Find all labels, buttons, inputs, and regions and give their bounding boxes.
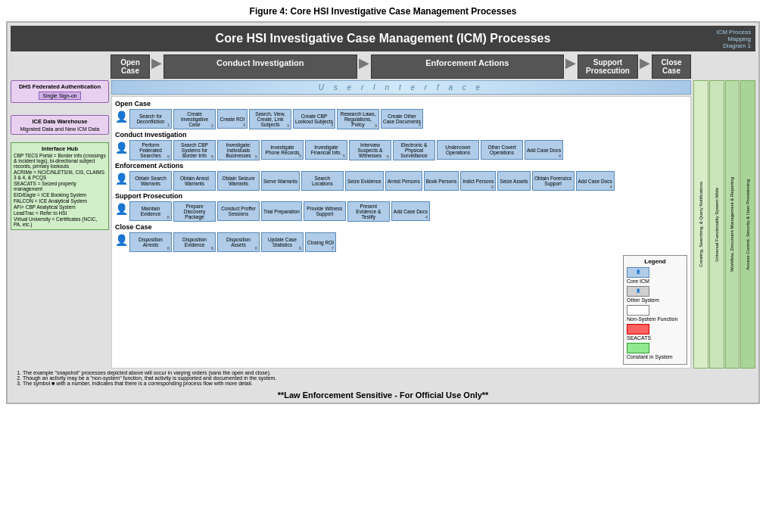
proc-add-case-docs-support: Add Case Docs4: [391, 201, 430, 221]
phase-open: OpenCase: [111, 54, 150, 79]
ui-bar: U s e r I n t e r f a c e: [111, 80, 691, 95]
legend-swatch-constant: [627, 343, 649, 353]
mid-content: DHS Federated Authentication Single Sign…: [11, 80, 755, 369]
dhs-sub: Single Sign-on: [39, 92, 81, 100]
conduct-title: Conduct Investigation: [115, 131, 687, 138]
icm-label: ICM ProcessMappingDiagram 1: [716, 29, 751, 49]
left-callouts: DHS Federated Authentication Single Sign…: [11, 80, 109, 369]
enforcement-title: Enforcement Actions: [115, 162, 687, 170]
hub-entry-8: Virtual University = Certificates (NCIC,…: [14, 216, 106, 227]
hub-entry-6: AFI= CBP Analytical System: [14, 204, 106, 210]
proc-electronic-surveillance: Electronic & Physical Surveillance: [393, 140, 435, 160]
proc-seize-evidence: Seize Evidence: [345, 171, 384, 191]
proc-perform-fed-searches: Perform Federated Searches5: [129, 140, 172, 160]
proc-search-link-subjects: Search, View, Create, Link Subjects3: [249, 109, 291, 129]
conduct-row: 👤 Perform Federated Searches5 Search CBP…: [115, 140, 687, 160]
note-2: Though an activity may be a "non-system"…: [23, 375, 752, 381]
person-icon-open: 👤: [115, 109, 128, 123]
dhs-title: DHS Federated Authentication: [14, 83, 106, 90]
proc-present-evidence: Present Evidence & Testify: [347, 201, 390, 222]
open-case-section: Open Case 👤 Search for Deconfliction1 Cr…: [115, 100, 687, 129]
proc-invest-phone: Investigate Phone Records5: [261, 140, 304, 160]
legend-label-seacats: SEACATS: [627, 335, 683, 341]
legend-core-icm: 👤 Core ICM: [627, 267, 683, 284]
vbar-universal: Universal Functionality System-Wide: [709, 80, 724, 369]
processes-area: Open Case 👤 Search for Deconfliction1 Cr…: [111, 96, 691, 369]
legend-label-core: Core ICM: [627, 278, 683, 284]
phase-support: SupportProsecution: [578, 54, 638, 79]
proc-add-case-docs-conduct: Add Case Docs4: [525, 140, 563, 160]
notes-area: The example "snapshot" processes depicte…: [11, 369, 755, 387]
support-row: 👤 Maintain Evidence6 Prepare Discovery P…: [115, 201, 687, 222]
open-case-title: Open Case: [115, 100, 687, 107]
proc-maintain-evidence: Maintain Evidence6: [129, 201, 172, 221]
proc-other-covert: Other Covert Operations: [481, 140, 523, 160]
vbar-workflow: Workflow, Document Management & Reportin…: [725, 80, 740, 369]
interface-hub-box: Interface Hub CBP TECS Portal = Border i…: [11, 142, 109, 230]
diagram-header: Core HSI Investigative Case Management (…: [11, 26, 755, 51]
proc-undercover-ops: Undercover Operations: [437, 140, 479, 160]
enforcement-section: Enforcement Actions 👤 Obtain Search Warr…: [115, 162, 687, 191]
phase-close: CloseCase: [652, 54, 691, 79]
legend-swatch-other: 👤: [627, 286, 649, 297]
proc-research-laws: Research Laws, Regulations, Policy3: [337, 109, 379, 129]
sensitive-label: **Law Enforcement Sensitive - For Offici…: [11, 390, 755, 400]
proc-forensics-support: Obtain Forensics Support: [532, 171, 574, 191]
diagram-title: Core HSI Investigative Case Management (…: [216, 32, 551, 45]
enforcement-row: 👤 Obtain Search Warrants Obtain Arrest W…: [115, 171, 687, 191]
proc-disposition-assets: Disposition Assets6: [217, 232, 260, 252]
proc-seize-assets: Seize Assets: [497, 171, 530, 191]
legend-swatch-seacats: [627, 324, 649, 334]
legend-other-system: 👤 Other System: [627, 286, 683, 303]
interface-hub-title: Interface Hub: [14, 145, 106, 152]
ice-title: ICE Data Warehouse: [14, 118, 106, 125]
hub-entry-5: FALCON = ICE Analytical System: [14, 198, 106, 204]
ice-box: ICE Data Warehouse Migrated Data and New…: [11, 115, 109, 135]
legend-label-non: Non-System Function: [627, 316, 683, 322]
figure-title: Figure 4: Core HSI Investigative Case Ma…: [6, 6, 760, 17]
person-icon-enforcement: 👤: [115, 171, 128, 185]
center-content: U s e r I n t e r f a c e Open Case 👤 Se…: [111, 80, 691, 369]
hub-entry-7: LeadTrac = Refer to HSI: [14, 210, 106, 216]
proc-update-case-stats: Update Case Statistics6: [261, 232, 304, 252]
proc-witness-support: Provide Witness Support: [304, 201, 346, 221]
vbar-label-creating: Creating, Searching, & Query Notificatio…: [698, 180, 704, 269]
close-case-title: Close Case: [115, 223, 687, 231]
proc-create-inv-case: Create Investigative Case2: [173, 109, 216, 129]
close-case-row: 👤 Disposition Arrests6 Disposition Evide…: [115, 232, 687, 252]
support-section: Support Prosecution 👤 Maintain Evidence6…: [115, 192, 687, 222]
legend-swatch-core: 👤: [627, 267, 649, 278]
proc-invest-financial: Investigate Financial Info.5: [305, 140, 347, 160]
proc-disposition-arrests: Disposition Arrests6: [129, 232, 172, 252]
proc-obtain-seizure-warrants: Obtain Seizure Warrants: [217, 171, 260, 191]
proc-disposition-evidence: Disposition Evidence6: [173, 232, 216, 252]
hub-entry-2: ACRIMe = NCIC/NLETS/III, CIS, CLAIMS 3 &…: [14, 170, 106, 180]
note-3: The symbol ■ with a number, indicates th…: [23, 381, 752, 386]
outer-frame: Core HSI Investigative Case Management (…: [6, 21, 760, 404]
right-vertical-bars: Creating, Searching, & Query Notificatio…: [693, 80, 755, 369]
proc-search-cbp-border: Search CBP Systems for Border Info5: [173, 140, 216, 160]
vbar-creating: Creating, Searching, & Query Notificatio…: [693, 80, 708, 369]
legend-swatch-non: [627, 305, 649, 316]
conduct-section: Conduct Investigation 👤 Perform Federate…: [115, 131, 687, 160]
legend-label-other: Other System: [627, 297, 683, 303]
legend-constant: Constant in System: [627, 343, 683, 359]
proc-closing-roi: Closing ROI7: [305, 232, 336, 252]
proc-indict-persons: Indict Persons6: [460, 171, 496, 191]
arrow2: ▶: [357, 54, 371, 79]
phase-enforcement: Enforcement Actions: [371, 54, 565, 79]
proc-investigate-individuals: Investigate: Individuals Businesses5: [217, 140, 260, 160]
proc-search-deconfliction: Search for Deconfliction1: [129, 109, 172, 129]
person-icon-close: 👤: [115, 232, 128, 246]
proc-search-locations: Search Locations: [301, 171, 344, 191]
legend-seacats: SEACATS: [627, 324, 683, 341]
arrow3: ▶: [564, 54, 578, 79]
arrow1: ▶: [150, 54, 163, 79]
proc-conduct-proffer: Conduct Proffer Sessions: [217, 201, 260, 221]
support-title: Support Prosecution: [115, 192, 687, 200]
proc-arrest-persons: Arrest Persons: [385, 171, 422, 191]
open-case-row: 👤 Search for Deconfliction1 Create Inves…: [115, 109, 687, 129]
dhs-box: DHS Federated Authentication Single Sign…: [11, 80, 109, 103]
vbar-label-access: Access Control, Security & User Provisio…: [745, 178, 751, 272]
legend-non-system: Non-System Function: [627, 305, 683, 322]
